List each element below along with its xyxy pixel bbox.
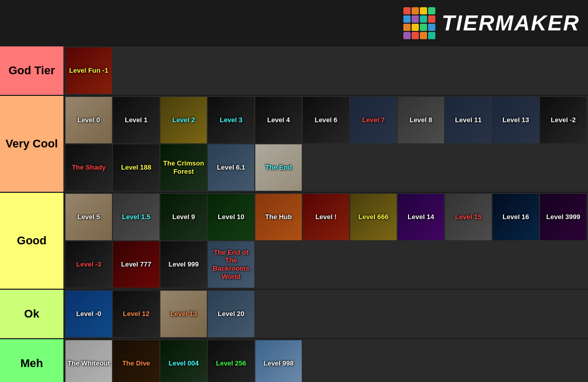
tier-item-label: Level 12 [122,309,150,319]
tier-item[interactable]: Level 2 [160,97,207,143]
tier-item[interactable]: Level -0 [66,291,112,337]
tier-item-label: Level 15 [454,212,482,222]
tier-item-label: The Dive [121,358,151,369]
tier-item[interactable]: Level 666 [350,194,397,240]
tier-label-god: God Tier [0,46,64,95]
tier-item-label: Level 666 [357,212,390,222]
tier-item[interactable]: Level 10 [208,194,254,240]
tier-item-label: Level 188 [120,162,153,173]
tier-item-label: Level -2 [550,115,577,125]
tier-item[interactable]: The Shady [66,144,112,191]
tier-item[interactable]: Level -2 [540,97,586,143]
tier-item-label: Level 0 [76,115,101,125]
tier-item[interactable]: Level 777 [113,241,159,288]
logo-cell [412,7,419,14]
logo-cell [403,32,411,39]
tier-item[interactable]: Level 12 [113,291,159,337]
tier-row-god: God TierLevel Fun -1 [0,46,588,96]
tier-label-meh: Meh [0,339,64,382]
tier-item-label: The End [264,162,292,173]
logo-cell [428,32,435,39]
tier-item-label: Level 999 [168,259,200,270]
tier-item-label: Level 256 [215,358,248,369]
tier-item[interactable]: Level 256 [208,340,254,382]
logo-grid [403,7,435,39]
tier-item-label: Level 7 [361,115,386,125]
tier-item-label: Level 20 [217,309,245,319]
logo-cell [428,7,435,14]
tier-item[interactable]: Level 5 [66,194,112,240]
tier-item-label: Level 6 [314,115,338,125]
tier-item[interactable]: The End of The Backrooms World [208,241,254,288]
tiermaker-logo: TiERMAKER [403,7,580,39]
tier-item-label: Level 5 [76,212,101,222]
tier-item[interactable]: Level ! [303,194,349,240]
tier-item[interactable]: Level 1 [113,97,159,143]
tier-item-label: Level -3 [75,259,102,270]
tier-item[interactable]: Level 9 [160,194,207,240]
tier-item-label: The Hub [264,212,293,222]
tier-item-label: Level 998 [263,358,295,369]
logo-cell [420,7,427,14]
tier-item[interactable]: The Dive [113,340,159,382]
tier-item-label: The Crimson Forest [160,158,207,176]
tier-item[interactable]: Level Fun -1 [66,47,112,94]
tier-item[interactable]: Level 188 [113,144,159,191]
tier-item[interactable]: Level 0 [66,97,112,143]
tier-item[interactable]: Level 15 [445,194,492,240]
tier-item[interactable]: Level 6 [303,97,349,143]
logo-cell [403,24,411,31]
tier-item[interactable]: Level 4 [255,97,302,143]
header: TiERMAKER [0,0,588,46]
tier-item[interactable]: Level 999 [160,241,207,288]
tier-row-good: GoodLevel 5Level 1.5Level 9Level 10The H… [0,193,588,290]
tier-item[interactable]: Level 1.5 [113,194,159,240]
tier-item[interactable]: Level 11 [445,97,492,143]
tier-item[interactable]: The Hub [255,194,302,240]
logo-cell [403,7,411,14]
tier-item-label: The End of The Backrooms World [208,247,254,281]
tier-item-label: Level 9 [171,212,196,222]
tier-item[interactable]: Level -3 [66,241,112,288]
tier-item[interactable]: Level 8 [398,97,444,143]
tier-label-good: Good [0,193,64,289]
tier-content-meh: The WhiteoutThe DiveLevel 004Level 256Le… [64,339,588,382]
tier-item-label: Level -0 [75,309,102,319]
tier-item[interactable]: Level 20 [208,291,254,337]
tier-item[interactable]: Level 16 [493,194,539,240]
tier-item[interactable]: The End [255,144,302,191]
tier-row-meh: MehThe WhiteoutThe DiveLevel 004Level 25… [0,339,588,382]
tier-item[interactable]: Level 3 [208,97,254,143]
tier-item-label: Level 004 [168,358,200,369]
tier-item-label: Level 11 [454,115,482,125]
tier-item-label: Level 8 [409,115,433,125]
tier-content-good: Level 5Level 1.5Level 9Level 10The HubLe… [64,193,588,289]
logo-cell [420,24,427,31]
tier-row-very-cool: Very CoolLevel 0Level 1Level 2Level 3Lev… [0,96,588,193]
tier-item[interactable]: Level 6.1 [208,144,254,191]
tier-item[interactable]: Level 14 [398,194,444,240]
tier-item-label: Level 4 [266,115,291,125]
logo-cell [403,15,411,23]
tier-item-label: Level 14 [406,212,435,222]
tier-item-label: Level 1.5 [121,212,152,222]
tier-item[interactable]: The Crimson Forest [160,144,207,191]
tier-item-label: Level 16 [501,212,530,222]
tier-item-label: Level Fun -1 [68,65,109,76]
tier-item-label: Level 2 [171,115,196,125]
logo-cell [420,32,427,39]
tier-item[interactable]: Level 13 [493,97,539,143]
tier-item[interactable]: Level 998 [255,340,302,382]
tier-content-god: Level Fun -1 [64,46,588,95]
tier-label-very-cool: Very Cool [0,96,64,192]
tier-label-ok: Ok [0,290,64,338]
logo-cell [428,15,435,23]
tier-item[interactable]: Level 004 [160,340,207,382]
tier-item[interactable]: Level 7 [350,97,397,143]
tier-item-label: Level 777 [120,259,153,270]
tier-item-label: The Shady [71,162,107,173]
logo-cell [412,32,419,39]
tier-item[interactable]: Level 3999 [540,194,586,240]
tier-item[interactable]: The Whiteout [66,340,112,382]
tier-item[interactable]: Level 13 [160,291,207,337]
